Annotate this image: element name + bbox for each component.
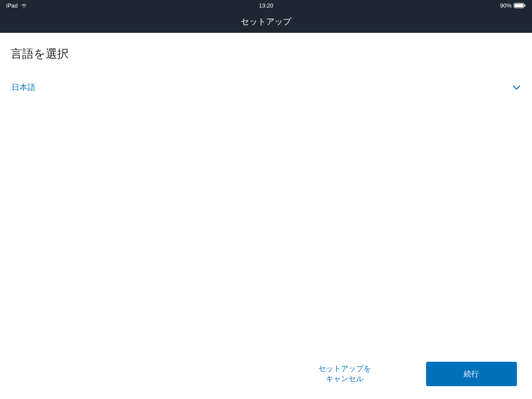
continue-button[interactable]: 続行 [426,362,517,386]
status-time: 13:20 [259,2,274,9]
status-left: iPad [6,2,27,9]
status-bar: iPad 13:20 90% [0,0,532,11]
battery-icon [513,3,526,8]
battery-percent: 90% [500,2,512,9]
svg-rect-2 [524,4,525,7]
language-selector[interactable]: 日本語 [11,79,521,95]
page-title: 言語を選択 [11,46,521,62]
svg-rect-1 [515,4,524,7]
nav-bar: セットアップ [0,11,532,33]
chevron-down-icon [512,85,520,90]
status-right: 90% [500,2,526,9]
wifi-icon [21,3,27,8]
main-content: 言語を選択 日本語 [0,33,532,95]
device-label: iPad [6,2,18,9]
footer: セットアップをキャンセル 続行 [0,357,532,390]
cancel-setup-button[interactable]: セットアップをキャンセル [308,357,382,390]
selected-language-label: 日本語 [12,82,35,93]
nav-title: セットアップ [241,16,291,27]
